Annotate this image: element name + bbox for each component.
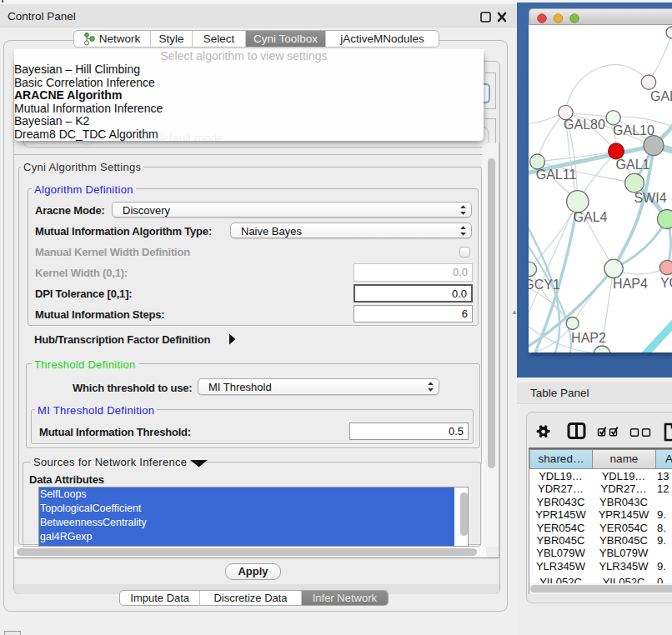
svg-text:GCY1: GCY1 (529, 278, 560, 292)
svg-text:GAL11: GAL11 (536, 168, 577, 182)
svg-text:HAP2: HAP2 (571, 331, 606, 345)
svg-text:YC: YC (660, 276, 672, 290)
svg-text:GAL7: GAL7 (650, 89, 672, 103)
svg-text:GAL80: GAL80 (564, 118, 605, 132)
svg-text:GAL1: GAL1 (616, 158, 650, 172)
svg-text:SWI4: SWI4 (634, 191, 666, 205)
svg-text:GAL4: GAL4 (574, 210, 608, 224)
svg-text:GAL10: GAL10 (613, 123, 654, 138)
svg-text:HAP4: HAP4 (613, 277, 648, 291)
